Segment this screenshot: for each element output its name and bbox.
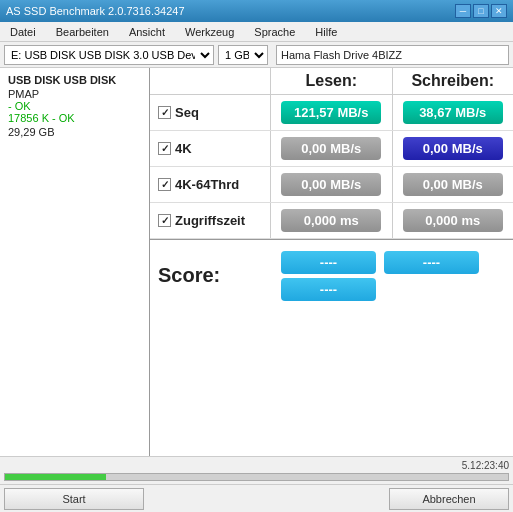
title-bar-buttons: ─ □ ✕ <box>455 4 507 18</box>
bench-header-left <box>150 68 270 94</box>
access-checkbox[interactable]: ✓ <box>158 214 171 227</box>
score-write-value: ---- <box>384 251 479 274</box>
row-access: ✓ Zugriffszeit 0,000 ms 0,000 ms <box>150 203 513 239</box>
4k64-write-value: 0,00 MB/s <box>403 173 503 196</box>
drive-name: USB DISK USB DISK <box>8 74 141 86</box>
progress-section: 5.12:23:40 <box>0 456 513 484</box>
row-seq: ✓ Seq 121,57 MB/s 38,67 MB/s <box>150 95 513 131</box>
progress-row: 5.12:23:40 <box>4 460 509 471</box>
menu-datei[interactable]: Datei <box>6 24 40 40</box>
4k64-read-value: 0,00 MB/s <box>281 173 381 196</box>
4k64-label: ✓ 4K-64Thrd <box>150 177 270 192</box>
bench-header: Lesen: Schreiben: <box>150 68 513 95</box>
progress-bar-container <box>4 473 509 481</box>
access-write-cell: 0,000 ms <box>392 203 514 238</box>
menu-sprache[interactable]: Sprache <box>250 24 299 40</box>
ok2-label: 17856 K - OK <box>8 112 141 124</box>
toolbar: E: USB DISK USB DISK 3.0 USB Device 1 GB… <box>0 42 513 68</box>
size-select[interactable]: 1 GB <box>218 45 268 65</box>
4k-write-value: 0,00 MB/s <box>403 137 503 160</box>
title-bar-text: AS SSD Benchmark 2.0.7316.34247 <box>6 5 455 17</box>
seq-label: ✓ Seq <box>150 105 270 120</box>
menu-werkzeug[interactable]: Werkzeug <box>181 24 238 40</box>
access-label: ✓ Zugriffszeit <box>150 213 270 228</box>
4k64-checkbox[interactable]: ✓ <box>158 178 171 191</box>
maximize-button[interactable]: □ <box>473 4 489 18</box>
pmap-label: PMAP <box>8 88 141 100</box>
4k64-write-cell: 0,00 MB/s <box>392 167 514 202</box>
score-row-bottom: ---- <box>281 278 376 301</box>
title-bar: AS SSD Benchmark 2.0.7316.34247 ─ □ ✕ <box>0 0 513 22</box>
seq-read-cell: 121,57 MB/s <box>270 95 392 130</box>
seq-write-value: 38,67 MB/s <box>403 101 503 124</box>
device-select[interactable]: E: USB DISK USB DISK 3.0 USB Device <box>4 45 214 65</box>
row-4k: ✓ 4K 0,00 MB/s 0,00 MB/s <box>150 131 513 167</box>
menu-hilfe[interactable]: Hilfe <box>311 24 341 40</box>
score-read-value: ---- <box>281 251 376 274</box>
access-read-value: 0,000 ms <box>281 209 381 232</box>
bottom-bar: Start Abbrechen <box>0 484 513 512</box>
score-row-top: ---- ---- <box>281 251 479 274</box>
4k64-read-cell: 0,00 MB/s <box>270 167 392 202</box>
4k-write-cell: 0,00 MB/s <box>392 131 514 166</box>
menu-bearbeiten[interactable]: Bearbeiten <box>52 24 113 40</box>
ok1-label: - OK <box>8 100 141 112</box>
4k-checkbox[interactable]: ✓ <box>158 142 171 155</box>
score-total-value: ---- <box>281 278 376 301</box>
drive-label: Hama Flash Drive 4BIZZ <box>276 45 509 65</box>
right-panel: Lesen: Schreiben: ✓ Seq 121,57 MB/s 38,6… <box>150 68 513 456</box>
4k-read-cell: 0,00 MB/s <box>270 131 392 166</box>
main-wrapper: USB DISK USB DISK PMAP - OK 17856 K - OK… <box>0 68 513 512</box>
timestamp: 5.12:23:40 <box>462 460 509 471</box>
access-read-cell: 0,000 ms <box>270 203 392 238</box>
menu-bar: Datei Bearbeiten Ansicht Werkzeug Sprach… <box>0 22 513 42</box>
seq-read-value: 121,57 MB/s <box>281 101 381 124</box>
left-panel: USB DISK USB DISK PMAP - OK 17856 K - OK… <box>0 68 150 456</box>
write-header: Schreiben: <box>392 68 514 94</box>
read-header: Lesen: <box>270 68 392 94</box>
size-text: 29,29 GB <box>8 126 141 138</box>
menu-ansicht[interactable]: Ansicht <box>125 24 169 40</box>
4k-read-value: 0,00 MB/s <box>281 137 381 160</box>
access-write-value: 0,000 ms <box>403 209 503 232</box>
minimize-button[interactable]: ─ <box>455 4 471 18</box>
row-4k64: ✓ 4K-64Thrd 0,00 MB/s 0,00 MB/s <box>150 167 513 203</box>
score-label: Score: <box>158 264 273 287</box>
seq-write-cell: 38,67 MB/s <box>392 95 514 130</box>
cancel-button[interactable]: Abbrechen <box>389 488 509 510</box>
score-section: Score: ---- ---- ---- <box>150 239 513 311</box>
start-button[interactable]: Start <box>4 488 144 510</box>
progress-bar-fill <box>5 474 106 480</box>
close-button[interactable]: ✕ <box>491 4 507 18</box>
score-badges: ---- ---- ---- <box>281 251 479 301</box>
seq-checkbox[interactable]: ✓ <box>158 106 171 119</box>
4k-label: ✓ 4K <box>150 141 270 156</box>
bench-area: USB DISK USB DISK PMAP - OK 17856 K - OK… <box>0 68 513 456</box>
